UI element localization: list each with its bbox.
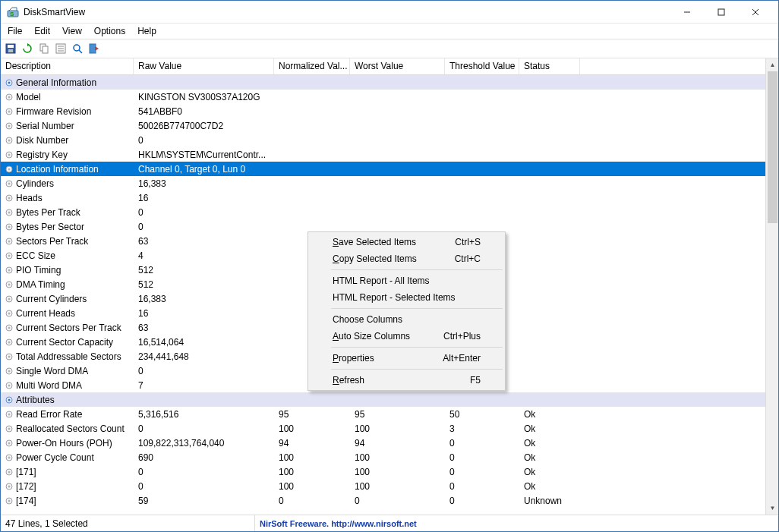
table-row[interactable]: Power Cycle Count6901001000Ok: [1, 450, 765, 464]
column-status[interactable]: Status: [519, 58, 580, 74]
svg-point-69: [8, 427, 11, 430]
table-row[interactable]: Power-On Hours (POH)109,822,313,764,0409…: [1, 436, 765, 450]
table-row[interactable]: Heads16: [1, 190, 765, 205]
svg-point-77: [8, 485, 11, 487]
find-icon[interactable]: [71, 42, 84, 55]
svg-point-33: [8, 168, 11, 170]
svg-point-45: [8, 254, 11, 257]
properties-icon[interactable]: [54, 42, 68, 55]
column-description[interactable]: Description: [1, 58, 134, 74]
cell-description: Bytes Per Sector: [1, 222, 134, 232]
table-row[interactable]: [172]01001000Ok: [1, 479, 765, 493]
context-menu-item[interactable]: HTML Report - All Items: [310, 272, 503, 289]
column-normalized-value[interactable]: Normalized Val...: [274, 58, 350, 74]
svg-rect-8: [8, 49, 13, 52]
cell-description: Model: [1, 92, 134, 102]
table-row[interactable]: ModelKINGSTON SV300S37A120G: [1, 90, 765, 104]
minimize-button[interactable]: [670, 2, 704, 23]
context-menu-item[interactable]: HTML Report - Selected Items: [310, 289, 503, 306]
table-row[interactable]: [171]01001000Ok: [1, 464, 765, 479]
cell-worst: 94: [350, 438, 445, 449]
cell-raw: 63: [134, 236, 274, 247]
cell-description: DMA Timing: [1, 279, 134, 290]
cell-description: Current Heads: [1, 308, 134, 319]
table-row[interactable]: Cylinders16,383: [1, 176, 765, 190]
table-row[interactable]: Serial Number50026B774700C7D2: [1, 118, 765, 133]
column-raw-value[interactable]: Raw Value: [134, 58, 274, 74]
scroll-down-icon[interactable]: ▼: [766, 502, 778, 515]
cell-raw: 16,514,064: [134, 337, 274, 348]
table-row[interactable]: [174]59000Unknown: [1, 493, 765, 508]
exit-icon[interactable]: [87, 42, 101, 55]
table-row[interactable]: Location InformationChannel 0, Target 0,…: [1, 162, 765, 176]
column-threshold-value[interactable]: Threshold Value: [445, 58, 519, 74]
svg-point-31: [8, 153, 11, 156]
table-row[interactable]: Bytes Per Track0: [1, 205, 765, 219]
context-menu-shortcut: F5: [470, 375, 481, 386]
table-row[interactable]: Registry KeyHKLM\SYSTEM\CurrentContr...: [1, 147, 765, 162]
svg-point-49: [8, 283, 11, 285]
refresh-icon[interactable]: [20, 42, 34, 55]
context-menu-shortcut: Ctrl+S: [455, 237, 481, 247]
cell-raw: HKLM\SYSTEM\CurrentContr...: [134, 150, 274, 160]
cell-norm: 100: [274, 423, 350, 434]
svg-line-17: [79, 50, 82, 53]
cell-description: Total Addressable Sectors: [1, 351, 134, 362]
scroll-thumb[interactable]: [768, 71, 777, 223]
table-row[interactable]: Attributes: [1, 392, 765, 407]
svg-point-16: [74, 45, 80, 51]
context-menu-item[interactable]: Choose Columns: [310, 311, 503, 328]
svg-point-73: [8, 456, 11, 458]
cell-raw: 0: [134, 135, 274, 146]
table-row[interactable]: Disk Number0: [1, 133, 765, 147]
cell-raw: 690: [134, 452, 274, 463]
cell-worst: 0: [350, 496, 445, 506]
copy-icon[interactable]: [37, 42, 51, 55]
cell-raw: Channel 0, Target 0, Lun 0: [134, 164, 274, 175]
context-menu-label: Choose Columns: [333, 314, 402, 325]
save-icon[interactable]: [4, 42, 17, 55]
cell-norm: 100: [274, 481, 350, 492]
menu-edit[interactable]: Edit: [29, 24, 55, 38]
cell-norm: 100: [274, 467, 350, 477]
maximize-button[interactable]: [704, 2, 738, 23]
cell-worst: 100: [350, 481, 445, 492]
menu-options[interactable]: Options: [89, 24, 131, 38]
context-menu-item[interactable]: Copy Selected ItemsCtrl+C: [310, 250, 503, 267]
table-row[interactable]: General Information: [1, 75, 765, 90]
table-row[interactable]: Firmware Revision541ABBF0: [1, 104, 765, 118]
cell-description: Current Sectors Per Track: [1, 323, 134, 333]
context-menu-label: Copy Selected Items: [333, 253, 417, 264]
svg-point-27: [8, 124, 11, 127]
cell-thresh: 0: [445, 438, 519, 449]
svg-point-71: [8, 442, 11, 444]
cell-description: [174]: [1, 496, 134, 506]
cell-raw: 50026B774700C7D2: [134, 121, 274, 131]
cell-raw: 16,383: [134, 294, 274, 304]
cell-description: Current Sector Capacity: [1, 337, 134, 348]
cell-norm: 100: [274, 452, 350, 463]
scroll-up-icon[interactable]: ▲: [766, 58, 778, 71]
menu-file[interactable]: File: [2, 24, 27, 38]
close-button[interactable]: [738, 2, 772, 23]
cell-status: Unknown: [519, 496, 580, 506]
context-menu-item[interactable]: Auto Size ColumnsCtrl+Plus: [310, 328, 503, 345]
cell-raw: 541ABBF0: [134, 106, 274, 117]
table-row[interactable]: Reallocated Sectors Count01001003Ok: [1, 421, 765, 436]
context-menu-item[interactable]: Save Selected ItemsCtrl+S: [310, 234, 503, 250]
context-menu-item[interactable]: PropertiesAlt+Enter: [310, 350, 503, 367]
table-row[interactable]: Read Error Rate5,316,516959550Ok: [1, 407, 765, 421]
cell-worst: 100: [350, 423, 445, 434]
cell-description: General Information: [1, 77, 134, 88]
cell-raw: 0: [134, 423, 274, 434]
column-worst-value[interactable]: Worst Value: [350, 58, 445, 74]
menu-help[interactable]: Help: [132, 24, 162, 38]
cell-norm: 95: [274, 409, 350, 420]
cell-status: Ok: [519, 467, 580, 477]
vertical-scrollbar[interactable]: ▲ ▼: [765, 58, 778, 515]
menu-view[interactable]: View: [57, 24, 87, 38]
context-menu-item[interactable]: RefreshF5: [310, 372, 503, 389]
cell-description: Multi Word DMA: [1, 380, 134, 391]
cell-raw: 16,383: [134, 178, 274, 189]
cell-description: [172]: [1, 481, 134, 492]
